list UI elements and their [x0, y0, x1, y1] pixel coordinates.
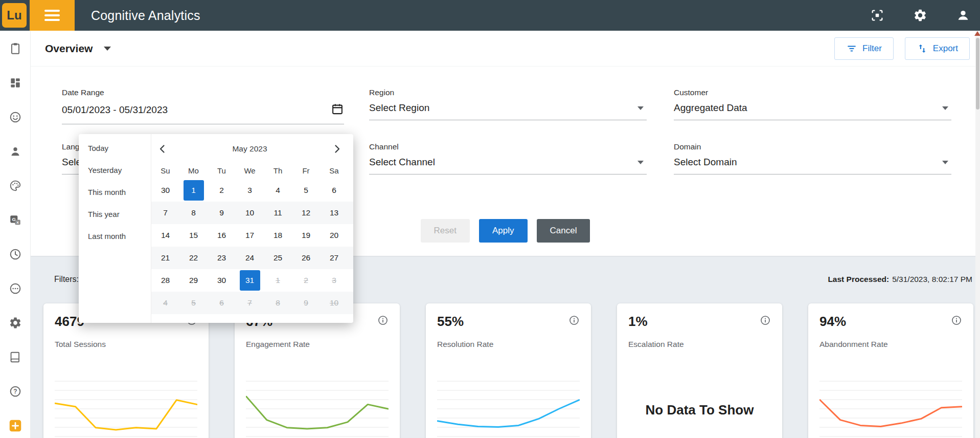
calendar-day[interactable]: 20	[320, 224, 348, 247]
quick-option-today[interactable]: Today	[79, 137, 151, 159]
book-icon	[9, 351, 22, 364]
calendar-icon[interactable]	[331, 102, 344, 118]
account-icon[interactable]	[955, 8, 971, 23]
quick-option-this-year[interactable]: This year	[79, 203, 151, 225]
calendar-day[interactable]: 5	[179, 292, 208, 314]
calendar-day[interactable]: 2	[292, 269, 320, 292]
calendar-week-row: 21222324252627	[151, 247, 353, 269]
field-label: Customer	[674, 88, 951, 97]
chevron-right-icon	[331, 143, 343, 155]
chevron-down-icon[interactable]	[104, 47, 111, 51]
calendar-day[interactable]: 1	[264, 269, 292, 292]
weekday-label: Su	[151, 162, 179, 179]
sidebar-item-history[interactable]	[5, 244, 26, 265]
calendar-day[interactable]: 3	[236, 179, 264, 202]
sidebar-item-add[interactable]	[5, 415, 26, 436]
menu-button[interactable]	[30, 0, 75, 31]
cancel-button[interactable]: Cancel	[537, 219, 590, 243]
calendar-day[interactable]: 23	[208, 247, 236, 269]
calendar-day[interactable]: 10	[320, 292, 348, 314]
sidebar-item-help[interactable]: ?	[5, 381, 26, 402]
calendar-day[interactable]: 29	[179, 269, 208, 292]
screenshot-icon[interactable]	[870, 8, 885, 23]
calendar-day[interactable]: 13	[320, 202, 348, 224]
calendar-day[interactable]: 8	[264, 292, 292, 314]
quick-option-yesterday[interactable]: Yesterday	[79, 159, 151, 181]
metric-card-abandonment-rate: 94%Abandonment Rate	[808, 303, 973, 438]
calendar-day[interactable]: 22	[179, 247, 208, 269]
reset-button[interactable]: Reset	[421, 219, 470, 243]
calendar-day[interactable]: 18	[264, 224, 292, 247]
sidebar-item-user[interactable]	[5, 141, 26, 162]
calendar-day[interactable]: 14	[151, 224, 179, 247]
calendar-day[interactable]: 17	[236, 224, 264, 247]
calendar-day[interactable]: 26	[292, 247, 320, 269]
calendar-day[interactable]: 9	[292, 292, 320, 314]
quick-option-last-month[interactable]: Last month	[79, 225, 151, 247]
metric-value: 55%	[437, 314, 464, 330]
filter-button[interactable]: Filter	[834, 37, 894, 60]
sidebar-item-book[interactable]	[5, 346, 26, 368]
calendar-day[interactable]: 4	[264, 179, 292, 202]
calendar-day[interactable]: 31	[236, 269, 264, 292]
info-icon[interactable]	[951, 315, 962, 326]
sidebar-item-translate[interactable]: Gx	[5, 209, 26, 231]
settings-icon[interactable]	[913, 8, 928, 23]
sidebar-item-clipboard[interactable]	[5, 38, 26, 59]
metric-card-total-sessions: 4679Total Sessions	[43, 303, 209, 438]
next-month-button[interactable]	[330, 142, 344, 156]
help-icon: ?	[9, 385, 22, 398]
weekday-label: Fr	[292, 162, 320, 179]
metric-label: Engagement Rate	[246, 340, 389, 349]
scrollbar-track[interactable]	[975, 31, 980, 438]
calendar-day[interactable]: 19	[292, 224, 320, 247]
apply-button[interactable]: Apply	[479, 219, 528, 243]
calendar-day[interactable]: 30	[151, 179, 179, 202]
calendar-day[interactable]: 6	[208, 292, 236, 314]
calendar-day[interactable]: 10	[236, 202, 264, 224]
scrollbar-thumb[interactable]	[976, 38, 979, 110]
field-label: Domain	[674, 142, 951, 151]
date-range-input[interactable]: 05/01/2023 - 05/31/2023	[62, 102, 344, 124]
calendar-day[interactable]: 8	[179, 202, 208, 224]
customer-select[interactable]: Aggregated Data	[674, 102, 951, 120]
calendar-day[interactable]: 1	[179, 179, 208, 202]
view-selector[interactable]: Overview	[45, 42, 93, 55]
calendar-day[interactable]: 6	[320, 179, 348, 202]
info-icon[interactable]	[568, 315, 580, 326]
calendar-day[interactable]: 25	[264, 247, 292, 269]
calendar-day[interactable]: 7	[236, 292, 264, 314]
sidebar-item-dashboard[interactable]	[5, 72, 26, 94]
metric-cards-row: 4679Total Sessions67%Engagement Rate55%R…	[43, 303, 973, 438]
metric-card-resolution-rate: 55%Resolution Rate	[426, 303, 591, 438]
region-select[interactable]: Select Region	[369, 102, 647, 120]
scroll-up-arrow[interactable]	[974, 31, 980, 36]
sidebar-item-palette[interactable]	[5, 175, 26, 196]
calendar-day[interactable]: 27	[320, 247, 348, 269]
calendar-day[interactable]: 30	[208, 269, 236, 292]
quick-option-this-month[interactable]: This month	[79, 181, 151, 203]
channel-select[interactable]: Select Channel	[369, 157, 647, 174]
sidebar-item-more-circle[interactable]	[5, 278, 26, 299]
calendar-day[interactable]: 7	[151, 202, 179, 224]
sidebar-item-smiley[interactable]	[5, 106, 26, 128]
calendar-day[interactable]: 12	[292, 202, 320, 224]
calendar-day[interactable]: 28	[151, 269, 179, 292]
calendar-day[interactable]: 3	[320, 269, 348, 292]
calendar-day[interactable]: 5	[292, 179, 320, 202]
calendar-day[interactable]: 2	[208, 179, 236, 202]
calendar-day[interactable]: 16	[208, 224, 236, 247]
calendar-day[interactable]: 4	[151, 292, 179, 314]
info-icon[interactable]	[377, 315, 389, 326]
info-icon[interactable]	[760, 315, 771, 326]
sidebar-item-settings[interactable]	[5, 312, 26, 334]
prev-month-button[interactable]	[155, 142, 170, 156]
calendar-day[interactable]: 15	[179, 224, 208, 247]
calendar-day[interactable]: 24	[236, 247, 264, 269]
export-button[interactable]: Export	[905, 37, 970, 60]
calendar-day[interactable]: 21	[151, 247, 179, 269]
domain-select[interactable]: Select Domain	[674, 157, 951, 174]
calendar-day[interactable]: 11	[264, 202, 292, 224]
calendar-day[interactable]: 9	[208, 202, 236, 224]
filter-icon	[846, 43, 857, 54]
